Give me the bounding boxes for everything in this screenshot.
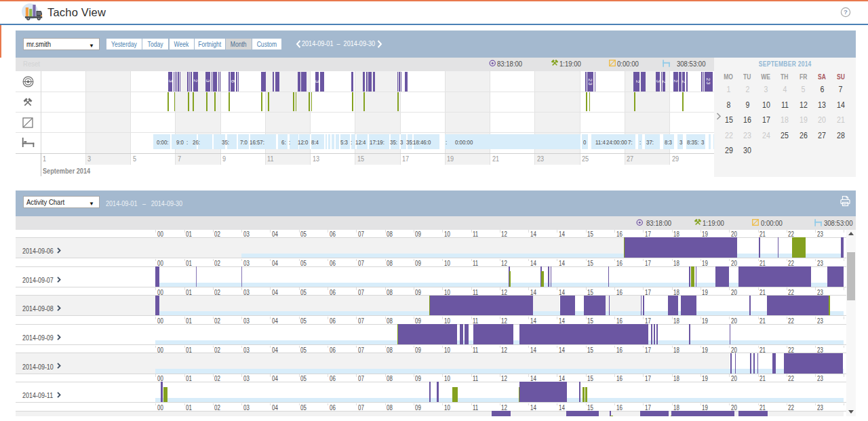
svg-text:?: ?	[844, 8, 848, 16]
